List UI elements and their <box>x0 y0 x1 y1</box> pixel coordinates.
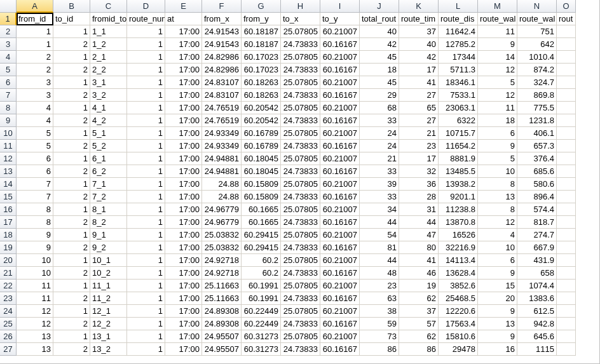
cell[interactable]: 13 <box>17 330 53 343</box>
cell[interactable]: 9 <box>478 330 517 343</box>
cell[interactable]: 24.93349 <box>202 127 242 140</box>
cell[interactable]: 60.2 <box>242 254 281 267</box>
cell[interactable]: 1 <box>127 305 165 318</box>
cell[interactable]: route_wal <box>517 13 557 25</box>
cell[interactable]: 11 <box>478 102 517 114</box>
cell[interactable] <box>557 152 576 165</box>
cell[interactable]: 60.21007 <box>320 203 360 216</box>
cell[interactable]: 60.29415 <box>242 229 281 241</box>
cell[interactable]: 15810.6 <box>439 330 478 343</box>
cell[interactable]: 13870.8 <box>439 216 478 229</box>
cell[interactable] <box>557 330 576 343</box>
cell[interactable]: 60.1665 <box>242 203 281 216</box>
cell[interactable]: 24.94881 <box>202 165 242 178</box>
cell[interactable]: 47 <box>399 229 439 241</box>
cell[interactable]: 17:00 <box>165 203 202 216</box>
cell[interactable]: 17:00 <box>165 64 202 76</box>
cell[interactable] <box>557 292 576 305</box>
cell[interactable]: 25.03832 <box>202 229 242 241</box>
row-header[interactable]: 18 <box>0 229 17 241</box>
row-header[interactable]: 1 <box>0 13 17 25</box>
row-header[interactable]: 8 <box>0 102 17 114</box>
cell[interactable]: 2 <box>53 89 90 102</box>
cell[interactable]: 2 <box>53 318 90 330</box>
cell[interactable]: 11_2 <box>90 292 127 305</box>
cell[interactable]: 3_1 <box>90 76 127 89</box>
cell[interactable]: fromid_to <box>90 13 127 25</box>
cell[interactable]: 6322 <box>439 114 478 127</box>
cell[interactable]: 685.6 <box>517 165 557 178</box>
cell[interactable]: 59 <box>360 318 399 330</box>
cell[interactable]: 2 <box>53 114 90 127</box>
cell[interactable]: 18 <box>360 64 399 76</box>
cell[interactable]: 60.18187 <box>242 25 281 38</box>
cell[interactable]: 11642.4 <box>439 25 478 38</box>
cell[interactable]: 14 <box>478 51 517 64</box>
cell[interactable]: 1 <box>53 76 90 89</box>
cell[interactable]: 60.16167 <box>320 140 360 152</box>
cell[interactable]: 11 <box>17 292 53 305</box>
cell[interactable]: 60.18187 <box>242 38 281 51</box>
cell[interactable]: 1 <box>127 343 165 356</box>
cell[interactable]: 17:00 <box>165 127 202 140</box>
cell[interactable]: 25.11663 <box>202 292 242 305</box>
cell[interactable]: 60.17023 <box>242 64 281 76</box>
column-header-D[interactable]: D <box>127 0 165 13</box>
cell[interactable]: 645.6 <box>517 330 557 343</box>
cell[interactable]: 1 <box>127 241 165 254</box>
cell[interactable]: 17:00 <box>165 102 202 114</box>
cell[interactable]: 2 <box>17 64 53 76</box>
cell[interactable]: 31 <box>399 203 439 216</box>
cell[interactable]: 42 <box>399 51 439 64</box>
cell[interactable]: to_id <box>53 13 90 25</box>
cell[interactable]: 6_1 <box>90 152 127 165</box>
cell[interactable]: 60.31273 <box>242 330 281 343</box>
cell[interactable]: 24.73833 <box>281 292 320 305</box>
cell[interactable]: 1 <box>127 229 165 241</box>
cell[interactable]: 2 <box>53 241 90 254</box>
cell[interactable]: 60.17023 <box>242 51 281 64</box>
cell[interactable]: 13 <box>17 343 53 356</box>
cell[interactable]: 24.73833 <box>281 191 320 203</box>
cell[interactable]: 1 <box>53 254 90 267</box>
cell[interactable]: 17:00 <box>165 292 202 305</box>
column-header-H[interactable]: H <box>281 0 320 13</box>
cell[interactable]: 44 <box>360 254 399 267</box>
cell[interactable]: 24.96779 <box>202 216 242 229</box>
cell[interactable]: 376.4 <box>517 152 557 165</box>
cell[interactable]: 667.9 <box>517 241 557 254</box>
cell[interactable]: 6 <box>478 254 517 267</box>
cell[interactable]: 60.16167 <box>320 318 360 330</box>
cell[interactable] <box>557 140 576 152</box>
cell[interactable]: 25.07805 <box>281 280 320 292</box>
cell[interactable]: 60.31273 <box>242 343 281 356</box>
cell[interactable]: 60.18263 <box>242 76 281 89</box>
cell[interactable]: 24.73833 <box>281 343 320 356</box>
column-header-M[interactable]: M <box>478 0 517 13</box>
cell[interactable]: 24.89308 <box>202 305 242 318</box>
cell[interactable]: 6 <box>478 127 517 140</box>
cell[interactable]: route_num <box>127 13 165 25</box>
cell[interactable]: 9 <box>478 267 517 280</box>
cell[interactable]: 9_2 <box>90 241 127 254</box>
cell[interactable]: 60.15809 <box>242 178 281 191</box>
cell[interactable]: from_id <box>17 13 53 25</box>
cell[interactable]: 16526 <box>439 229 478 241</box>
cell[interactable]: 13938.2 <box>439 178 478 191</box>
cell[interactable]: 17:00 <box>165 25 202 38</box>
cell[interactable]: 24.92718 <box>202 267 242 280</box>
cell[interactable]: 3 <box>17 76 53 89</box>
cell[interactable]: 12_1 <box>90 305 127 318</box>
cell[interactable]: 24.95507 <box>202 343 242 356</box>
cell[interactable]: 24 <box>360 140 399 152</box>
cell[interactable]: 1 <box>127 25 165 38</box>
cell[interactable]: 17:00 <box>165 241 202 254</box>
cell[interactable]: 60.1991 <box>242 292 281 305</box>
cell[interactable]: 21 <box>360 152 399 165</box>
cell[interactable]: 54 <box>360 229 399 241</box>
cell[interactable]: 274.7 <box>517 229 557 241</box>
cell[interactable]: 11 <box>478 25 517 38</box>
cell[interactable]: 16 <box>478 343 517 356</box>
cell[interactable]: 24.73833 <box>281 89 320 102</box>
cell[interactable]: 9 <box>478 140 517 152</box>
